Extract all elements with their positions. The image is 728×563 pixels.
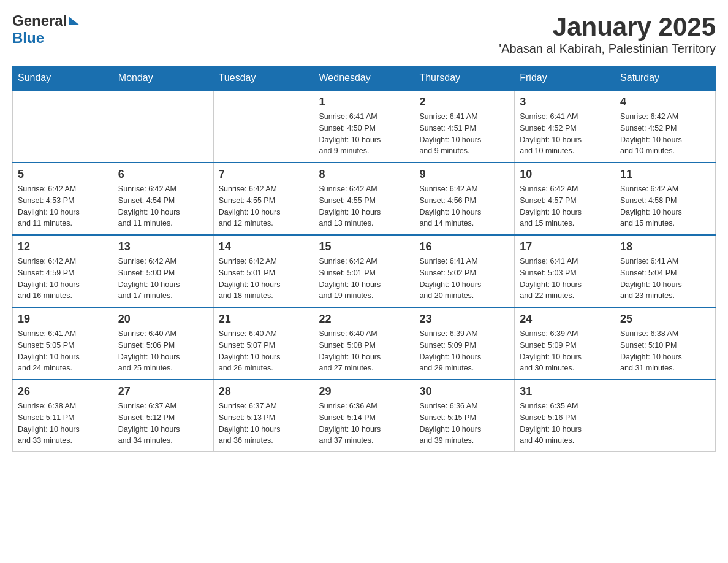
page-header: General Blue January 2025 'Abasan al Kab…: [12, 12, 716, 56]
calendar-cell: 10Sunrise: 6:42 AM Sunset: 4:57 PM Dayli…: [515, 163, 615, 235]
calendar-cell: 25Sunrise: 6:38 AM Sunset: 5:10 PM Dayli…: [615, 307, 716, 380]
day-number: 5: [18, 168, 108, 181]
day-info: Sunrise: 6:42 AM Sunset: 4:59 PM Dayligh…: [18, 256, 108, 302]
day-number: 29: [319, 385, 409, 398]
calendar-cell: 14Sunrise: 6:42 AM Sunset: 5:01 PM Dayli…: [213, 235, 314, 307]
day-info: Sunrise: 6:42 AM Sunset: 4:54 PM Dayligh…: [118, 183, 208, 229]
day-number: 9: [419, 168, 509, 181]
day-info: Sunrise: 6:38 AM Sunset: 5:10 PM Dayligh…: [620, 328, 710, 374]
day-number: 19: [18, 313, 108, 326]
calendar-cell: 3Sunrise: 6:41 AM Sunset: 4:52 PM Daylig…: [515, 90, 615, 163]
calendar-week-4: 19Sunrise: 6:41 AM Sunset: 5:05 PM Dayli…: [13, 307, 716, 380]
calendar-cell: 15Sunrise: 6:42 AM Sunset: 5:01 PM Dayli…: [314, 235, 414, 307]
day-number: 28: [219, 385, 309, 398]
calendar-cell: 4Sunrise: 6:42 AM Sunset: 4:52 PM Daylig…: [615, 90, 716, 163]
calendar-cell: 5Sunrise: 6:42 AM Sunset: 4:53 PM Daylig…: [13, 163, 113, 235]
calendar-cell: 12Sunrise: 6:42 AM Sunset: 4:59 PM Dayli…: [13, 235, 113, 307]
calendar-cell: 7Sunrise: 6:42 AM Sunset: 4:55 PM Daylig…: [213, 163, 314, 235]
day-number: 27: [118, 385, 208, 398]
calendar-cell: 19Sunrise: 6:41 AM Sunset: 5:05 PM Dayli…: [13, 307, 113, 380]
day-headers-row: SundayMondayTuesdayWednesdayThursdayFrid…: [13, 66, 716, 91]
day-number: 10: [520, 168, 610, 181]
day-info: Sunrise: 6:41 AM Sunset: 4:52 PM Dayligh…: [520, 111, 610, 157]
day-header-friday: Friday: [515, 66, 615, 91]
calendar-cell: [615, 380, 716, 452]
calendar-cell: 9Sunrise: 6:42 AM Sunset: 4:56 PM Daylig…: [414, 163, 515, 235]
calendar-cell: 8Sunrise: 6:42 AM Sunset: 4:55 PM Daylig…: [314, 163, 414, 235]
day-info: Sunrise: 6:41 AM Sunset: 4:51 PM Dayligh…: [419, 111, 509, 157]
day-info: Sunrise: 6:42 AM Sunset: 5:01 PM Dayligh…: [319, 256, 409, 302]
calendar-cell: 18Sunrise: 6:41 AM Sunset: 5:04 PM Dayli…: [615, 235, 716, 307]
day-header-monday: Monday: [113, 66, 213, 91]
day-header-sunday: Sunday: [13, 66, 113, 91]
calendar-subtitle: 'Abasan al Kabirah, Palestinian Territor…: [499, 42, 716, 56]
logo-blue-text: Blue: [12, 29, 44, 46]
calendar-cell: 22Sunrise: 6:40 AM Sunset: 5:08 PM Dayli…: [314, 307, 414, 380]
calendar-cell: 2Sunrise: 6:41 AM Sunset: 4:51 PM Daylig…: [414, 90, 515, 163]
day-info: Sunrise: 6:42 AM Sunset: 4:55 PM Dayligh…: [319, 183, 409, 229]
day-info: Sunrise: 6:42 AM Sunset: 4:58 PM Dayligh…: [620, 183, 710, 229]
day-info: Sunrise: 6:41 AM Sunset: 5:03 PM Dayligh…: [520, 256, 610, 302]
calendar-cell: 23Sunrise: 6:39 AM Sunset: 5:09 PM Dayli…: [414, 307, 515, 380]
calendar-cell: [213, 90, 314, 163]
calendar-cell: [13, 90, 113, 163]
calendar-cell: 26Sunrise: 6:38 AM Sunset: 5:11 PM Dayli…: [13, 380, 113, 452]
title-section: January 2025 'Abasan al Kabirah, Palesti…: [499, 12, 716, 56]
calendar-title: January 2025: [499, 12, 716, 42]
day-info: Sunrise: 6:41 AM Sunset: 5:04 PM Dayligh…: [620, 256, 710, 302]
calendar-week-5: 26Sunrise: 6:38 AM Sunset: 5:11 PM Dayli…: [13, 380, 716, 452]
day-number: 6: [118, 168, 208, 181]
day-number: 1: [319, 96, 409, 109]
day-number: 23: [419, 313, 509, 326]
day-number: 30: [419, 385, 509, 398]
day-number: 13: [118, 240, 208, 253]
day-number: 20: [118, 313, 208, 326]
day-header-thursday: Thursday: [414, 66, 515, 91]
logo-arrow-icon: [69, 17, 80, 25]
day-info: Sunrise: 6:42 AM Sunset: 4:55 PM Dayligh…: [219, 183, 309, 229]
day-number: 24: [520, 313, 610, 326]
day-info: Sunrise: 6:42 AM Sunset: 4:56 PM Dayligh…: [419, 183, 509, 229]
day-info: Sunrise: 6:42 AM Sunset: 4:57 PM Dayligh…: [520, 183, 610, 229]
day-number: 11: [620, 168, 710, 181]
day-info: Sunrise: 6:36 AM Sunset: 5:14 PM Dayligh…: [319, 400, 409, 446]
calendar-cell: 27Sunrise: 6:37 AM Sunset: 5:12 PM Dayli…: [113, 380, 213, 452]
calendar-cell: 13Sunrise: 6:42 AM Sunset: 5:00 PM Dayli…: [113, 235, 213, 307]
calendar-cell: 21Sunrise: 6:40 AM Sunset: 5:07 PM Dayli…: [213, 307, 314, 380]
day-number: 16: [419, 240, 509, 253]
day-number: 12: [18, 240, 108, 253]
day-info: Sunrise: 6:37 AM Sunset: 5:12 PM Dayligh…: [118, 400, 208, 446]
day-number: 18: [620, 240, 710, 253]
day-header-saturday: Saturday: [615, 66, 716, 91]
calendar-cell: 17Sunrise: 6:41 AM Sunset: 5:03 PM Dayli…: [515, 235, 615, 307]
day-info: Sunrise: 6:39 AM Sunset: 5:09 PM Dayligh…: [419, 328, 509, 374]
day-number: 26: [18, 385, 108, 398]
logo-general-text: General: [12, 12, 67, 29]
logo: General Blue: [12, 12, 80, 47]
calendar-cell: 11Sunrise: 6:42 AM Sunset: 4:58 PM Dayli…: [615, 163, 716, 235]
day-number: 21: [219, 313, 309, 326]
calendar-cell: 28Sunrise: 6:37 AM Sunset: 5:13 PM Dayli…: [213, 380, 314, 452]
calendar-body: 1Sunrise: 6:41 AM Sunset: 4:50 PM Daylig…: [13, 90, 716, 452]
calendar-cell: 20Sunrise: 6:40 AM Sunset: 5:06 PM Dayli…: [113, 307, 213, 380]
day-number: 8: [319, 168, 409, 181]
day-number: 15: [319, 240, 409, 253]
day-info: Sunrise: 6:42 AM Sunset: 5:01 PM Dayligh…: [219, 256, 309, 302]
calendar-header: SundayMondayTuesdayWednesdayThursdayFrid…: [13, 66, 716, 91]
day-info: Sunrise: 6:41 AM Sunset: 4:50 PM Dayligh…: [319, 111, 409, 157]
day-number: 22: [319, 313, 409, 326]
day-number: 25: [620, 313, 710, 326]
calendar-cell: 31Sunrise: 6:35 AM Sunset: 5:16 PM Dayli…: [515, 380, 615, 452]
day-number: 4: [620, 96, 710, 109]
day-info: Sunrise: 6:42 AM Sunset: 4:53 PM Dayligh…: [18, 183, 108, 229]
day-header-tuesday: Tuesday: [213, 66, 314, 91]
calendar-cell: 24Sunrise: 6:39 AM Sunset: 5:09 PM Dayli…: [515, 307, 615, 380]
day-info: Sunrise: 6:37 AM Sunset: 5:13 PM Dayligh…: [219, 400, 309, 446]
calendar-week-2: 5Sunrise: 6:42 AM Sunset: 4:53 PM Daylig…: [13, 163, 716, 235]
day-number: 3: [520, 96, 610, 109]
day-header-wednesday: Wednesday: [314, 66, 414, 91]
day-number: 7: [219, 168, 309, 181]
day-number: 2: [419, 96, 509, 109]
day-info: Sunrise: 6:41 AM Sunset: 5:05 PM Dayligh…: [18, 328, 108, 374]
day-info: Sunrise: 6:39 AM Sunset: 5:09 PM Dayligh…: [520, 328, 610, 374]
